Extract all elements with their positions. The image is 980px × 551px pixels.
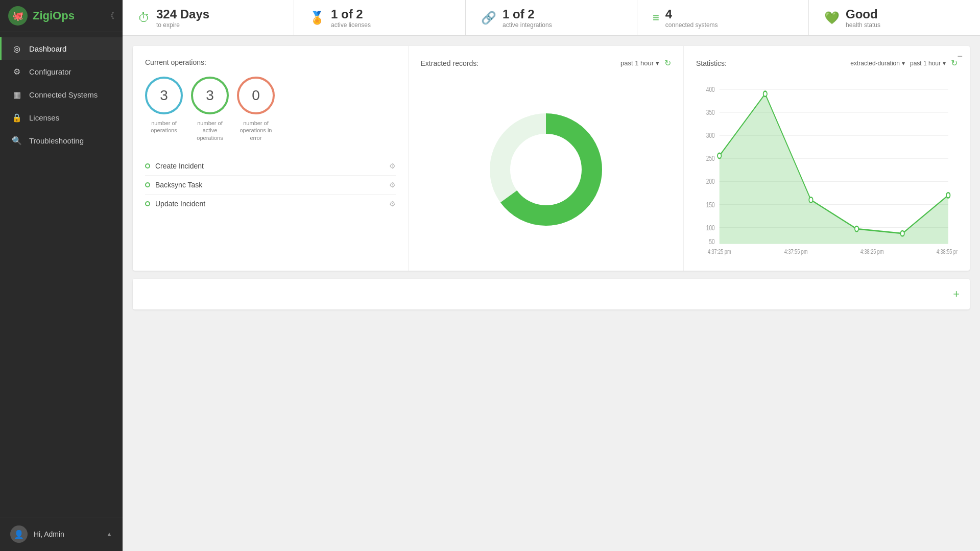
topbar-active-integrations: 🔗 1 of 2 active integrations — [466, 0, 637, 35]
sidebar-item-label: Dashboard — [29, 44, 66, 53]
time-range-filter[interactable]: past 1 hour ▾ — [910, 60, 946, 67]
list-item[interactable]: Backsync Task ⚙ — [145, 176, 396, 195]
chart-point — [763, 91, 767, 97]
chart-point — [900, 231, 904, 236]
circle-error: 0 — [237, 77, 275, 114]
licenses-icon: 🔒 — [12, 113, 22, 123]
svg-text:4:37:55 pm: 4:37:55 pm — [784, 248, 808, 255]
troubleshooting-icon: 🔍 — [12, 136, 22, 146]
ops-list: Create Incident ⚙ Backsync Task ⚙ Update… — [145, 157, 396, 213]
sidebar-item-label: Connected Systems — [29, 90, 98, 99]
footer-chevron-icon[interactable]: ▲ — [106, 531, 112, 538]
sidebar-footer: 👤 Hi, Admin ▲ — [0, 517, 123, 551]
circle-error-label: number of operations in error — [237, 119, 275, 141]
chevron-down-icon: ▾ — [943, 60, 946, 67]
statistics-filters: extracted-duration ▾ past 1 hour ▾ ↻ — [850, 58, 958, 68]
chevron-down-icon: ▾ — [902, 60, 905, 67]
main-panel: − Current operations: 3 number of operat… — [133, 46, 970, 271]
panel-collapse-button[interactable]: − — [957, 51, 963, 62]
integrations-value: 1 of 2 — [503, 7, 552, 21]
topbar-active-licenses: 🏅 1 of 2 active licenses — [294, 0, 466, 35]
avatar: 👤 — [10, 525, 28, 543]
topbar-health-status: 💚 Good health status — [809, 0, 980, 35]
sidebar-item-dashboard[interactable]: ◎ Dashboard — [0, 37, 123, 60]
layers-icon: ≡ — [653, 11, 659, 25]
gear-icon[interactable]: ⚙ — [389, 200, 396, 208]
ops-dot-icon — [145, 182, 150, 187]
svg-text:150: 150 — [706, 201, 715, 209]
ops-item-label: Update Incident — [155, 200, 205, 208]
stats-refresh-icon[interactable]: ↻ — [951, 58, 958, 68]
sidebar-item-configurator[interactable]: ⚙ Configurator — [0, 60, 123, 83]
health-label: health status — [846, 21, 880, 29]
topbar-connected-systems: ≡ 4 connected systems — [637, 0, 809, 35]
heart-icon: 💚 — [824, 11, 840, 25]
statistics-header: Statistics: extracted-duration ▾ past 1 … — [696, 58, 958, 68]
chart-point — [809, 197, 812, 202]
sidebar-item-licenses[interactable]: 🔒 Licenses — [0, 106, 123, 129]
main-content: ⏱ 324 Days to expire 🏅 1 of 2 active lic… — [123, 0, 980, 551]
configurator-icon: ⚙ — [12, 67, 22, 77]
timer-icon: ⏱ — [138, 11, 150, 25]
ops-circles: 3 number of operations 3 number of activ… — [145, 77, 396, 141]
days-expire-value: 324 Days — [156, 7, 209, 21]
chart-point — [946, 193, 950, 198]
svg-text:50: 50 — [709, 237, 714, 246]
ops-dot-icon — [145, 201, 150, 206]
app-name: ZigiOps — [33, 9, 75, 22]
sidebar-item-connected-systems[interactable]: ▦ Connected Systems — [0, 83, 123, 106]
extracted-records-title: Extracted records: — [421, 59, 479, 67]
dashboard-content: − Current operations: 3 number of operat… — [123, 36, 980, 551]
svg-text:4:37:25 pm: 4:37:25 pm — [708, 248, 731, 255]
sidebar-item-troubleshooting[interactable]: 🔍 Troubleshooting — [0, 129, 123, 152]
bottom-panel: + — [133, 279, 970, 309]
svg-text:100: 100 — [706, 224, 715, 232]
connected-systems-icon: ▦ — [12, 90, 22, 100]
svg-text:350: 350 — [706, 108, 715, 116]
current-operations-title: Current operations: — [145, 58, 396, 66]
days-expire-label: to expire — [156, 21, 209, 29]
list-item[interactable]: Update Incident ⚙ — [145, 195, 396, 213]
ops-circle-total: 3 number of operations — [145, 77, 183, 141]
add-panel-button[interactable]: + — [953, 288, 960, 301]
svg-point-2 — [513, 136, 579, 203]
app-logo-icon: 🐙 — [8, 6, 28, 26]
medal-icon: 🏅 — [309, 11, 325, 25]
sidebar-logo: 🐙 ZigiOps 《 — [0, 0, 123, 32]
filter1-value: extracted-duration — [850, 60, 900, 67]
extracted-records-section: Extracted records: past 1 hour ▾ ↻ — [409, 46, 684, 271]
gear-icon[interactable]: ⚙ — [389, 181, 396, 189]
sidebar-nav: ◎ Dashboard ⚙ Configurator ▦ Connected S… — [0, 32, 123, 517]
circle-active: 3 — [191, 77, 229, 114]
circle-total: 3 — [145, 77, 183, 114]
licenses-label: active licenses — [331, 21, 371, 29]
sidebar-item-label: Configurator — [29, 67, 71, 76]
connected-systems-value: 4 — [665, 7, 718, 21]
chart-point — [855, 226, 858, 231]
chevron-down-icon: ▾ — [656, 59, 659, 67]
circle-total-label: number of operations — [145, 119, 183, 134]
integrations-icon: 🔗 — [481, 11, 496, 25]
topbar-days-expire: ⏱ 324 Days to expire — [123, 0, 294, 35]
svg-text:300: 300 — [706, 132, 715, 140]
circle-active-value: 3 — [206, 87, 214, 104]
list-item[interactable]: Create Incident ⚙ — [145, 157, 396, 176]
svg-text:4:38:25 pm: 4:38:25 pm — [861, 248, 884, 255]
extracted-duration-filter[interactable]: extracted-duration ▾ — [850, 60, 905, 67]
gear-icon[interactable]: ⚙ — [389, 162, 396, 170]
ops-circle-active: 3 number of active operations — [191, 77, 229, 141]
chart-point — [718, 153, 721, 158]
refresh-icon[interactable]: ↻ — [664, 58, 671, 68]
ops-item-label: Create Incident — [155, 162, 204, 170]
sidebar: 🐙 ZigiOps 《 ◎ Dashboard ⚙ Configurator ▦… — [0, 0, 123, 551]
sidebar-collapse-button[interactable]: 《 — [106, 11, 114, 21]
topbar: ⏱ 324 Days to expire 🏅 1 of 2 active lic… — [123, 0, 980, 36]
dashboard-icon: ◎ — [12, 44, 22, 54]
extracted-filter-dropdown[interactable]: past 1 hour ▾ — [620, 59, 659, 67]
circle-error-value: 0 — [252, 87, 260, 104]
ops-item-label: Backsync Task — [155, 181, 202, 189]
statistics-chart: 400 350 300 250 200 150 100 50 — [696, 76, 958, 260]
integrations-label: active integrations — [503, 21, 552, 29]
svg-text:200: 200 — [706, 178, 715, 186]
current-operations-section: Current operations: 3 number of operatio… — [133, 46, 409, 271]
